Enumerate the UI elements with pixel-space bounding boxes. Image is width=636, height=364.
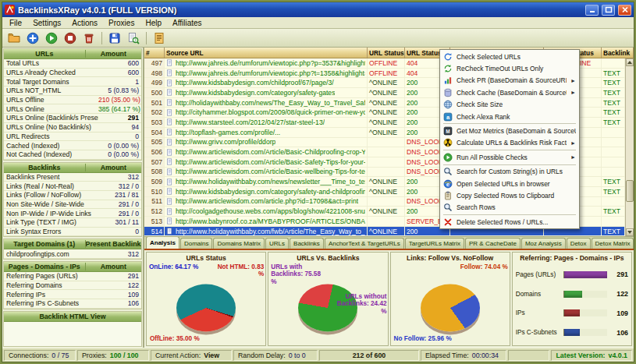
open-project-button[interactable] xyxy=(5,30,23,46)
svg-text:e: e xyxy=(446,180,450,187)
scrollbar-thumb[interactable] xyxy=(626,180,634,202)
source-url: http://www.articlewisdom.com/article.php… xyxy=(176,197,358,205)
context-menu-item[interactable]: Check Cache (BaseDomain & SourceURL)► xyxy=(441,87,578,98)
btype-cell: TEXT xyxy=(602,118,625,127)
source-url: http://www.jahreis.de/rumforum/viewtopic… xyxy=(176,59,365,67)
close-button[interactable] xyxy=(618,5,631,16)
context-menu-item[interactable]: eOpen Selected URLs in browser xyxy=(441,178,578,189)
title-bar: BacklinksXRay v4.0.1 (FULL VERSION) xyxy=(2,2,634,17)
context-menu-item[interactable]: Copy Selected Rows to Clipboard xyxy=(441,189,578,201)
scroll-up-button[interactable] xyxy=(626,58,634,66)
bar-track xyxy=(563,309,607,316)
stat-value: 5 (0.83 %) xyxy=(98,87,139,94)
stat-label: URLs Already Checked xyxy=(6,69,98,76)
status-cell: ^ONLINE xyxy=(368,128,405,137)
scroll-down-button[interactable] xyxy=(626,228,634,236)
page-icon xyxy=(166,178,173,186)
arrow-down-icon xyxy=(627,231,632,234)
source-url-cell: http://www.kidsbabydesign.com/childproof… xyxy=(165,78,368,87)
tab-pr-cachedate[interactable]: PR & CacheDate xyxy=(465,238,521,249)
random-delay-label: Random Delay: xyxy=(238,352,286,359)
context-menu-item[interactable]: aCheck Alexa Rank xyxy=(441,111,578,122)
context-menu-item[interactable]: Calculate URLs & Backlinks Risk Factors► xyxy=(441,137,578,149)
status-cell xyxy=(368,147,405,157)
random-delay-value: 0 to 0 xyxy=(289,352,306,359)
scrollbar-track[interactable] xyxy=(626,66,634,228)
menu-affiliates[interactable]: Affiliates xyxy=(167,17,208,28)
context-menu-item[interactable]: Delete Selected Rows / URLs... xyxy=(441,216,578,228)
delete-rows-button[interactable] xyxy=(80,30,98,46)
context-menu-item[interactable]: MGet Moz Metrics (BaseDomain & SourceURL… xyxy=(441,125,578,136)
tab-domains[interactable]: Domains xyxy=(180,238,213,249)
stat-row: Cached (Indexed)0 (0.00 %) xyxy=(4,141,141,150)
elapsed-time-label: Elapsed Time: xyxy=(425,352,469,359)
num-cell: 510 xyxy=(144,187,165,196)
context-menu-item[interactable]: Search for Custom String(s) in URLs xyxy=(441,166,578,178)
menu-proxies[interactable]: Proxies xyxy=(103,17,140,28)
export-report-button[interactable] xyxy=(151,30,168,46)
tab-urls[interactable]: URLs xyxy=(265,238,289,249)
context-menu-item[interactable]: Search Rows xyxy=(441,202,578,214)
page-icon xyxy=(166,168,173,175)
start-checks-button[interactable] xyxy=(43,30,60,46)
stop-checks-button[interactable] xyxy=(62,30,79,46)
column-header-source-url[interactable]: Source URL xyxy=(165,48,368,58)
section-amount-title: Amount xyxy=(85,50,141,58)
window-title: BacklinksXRay v4.0.1 (FULL VERSION) xyxy=(18,5,582,15)
context-menu-item[interactable]: Check Site Size xyxy=(441,99,578,111)
menu-file[interactable]: File xyxy=(4,17,27,28)
stat-value: 231 / 81 xyxy=(98,191,139,199)
source-url: http://coolgadgethouse.webs.com/apps/blo… xyxy=(176,207,365,215)
stat-label: Non Site-Wide / Site-Wide xyxy=(6,200,98,208)
stat-label: URLs Online (Backlink/s Present) xyxy=(6,114,98,122)
docsearch-icon xyxy=(127,32,140,44)
source-url: http://www.starsteel.com/2012/04/27/star… xyxy=(176,118,325,126)
stat-label: Referring IPs C-Subnets xyxy=(6,299,98,307)
context-menu-item[interactable]: ReCheck TimeOut URLs Only xyxy=(441,62,578,74)
minimize-button[interactable] xyxy=(585,5,599,16)
source-url-cell: http://www.grivv.com/profile/ddorp xyxy=(165,138,368,147)
source-url: http://www.jahreis.de/rumforum/viewtopic… xyxy=(176,69,365,77)
source-url: http://www.holidaywithbaby.com/news/news… xyxy=(176,178,365,186)
num-cell: 509 xyxy=(144,177,165,186)
tab-moz-analysis[interactable]: Moz Analysis xyxy=(521,238,566,249)
context-menu-item[interactable]: Run All Possible Checks► xyxy=(441,151,578,163)
tab-targeturls-matrix[interactable]: TargetURLs Matrix xyxy=(405,238,464,249)
tab-analysis[interactable]: Analysis xyxy=(146,236,179,249)
maximize-button[interactable] xyxy=(602,5,615,16)
tab-domains-matrix[interactable]: Domains Matrix xyxy=(213,238,265,249)
stat-label: URLs Online xyxy=(6,105,98,113)
tab-detox-matrix[interactable]: Detox Matrix xyxy=(592,238,634,249)
column-header-number[interactable]: # xyxy=(144,48,165,58)
source-url-cell: http://www.articlewisdom.com/article.php… xyxy=(165,197,368,207)
column-header-url-status[interactable]: URL Status xyxy=(368,48,405,58)
num-cell: 511 xyxy=(144,197,165,207)
tab-detox[interactable]: Detox xyxy=(567,238,591,249)
menu-help[interactable]: Help xyxy=(140,17,167,28)
menu-actions[interactable]: Actions xyxy=(66,17,103,28)
tab-backlinks[interactable]: Backlinks xyxy=(290,238,324,249)
context-menu-item[interactable]: Check Selected URLs xyxy=(441,51,578,62)
page-icon xyxy=(166,89,173,96)
add-urls-button[interactable] xyxy=(24,30,41,46)
submenu-arrow-icon: ► xyxy=(570,90,576,95)
stat-value: 301 / 11 xyxy=(98,218,139,226)
source-url: http://www.kidsbabydesign.com/category/s… xyxy=(176,89,335,97)
page-icon xyxy=(166,158,173,165)
context-menu-item[interactable]: Check PR (BaseDomain & SourceURL)► xyxy=(441,75,578,87)
source-url: http://cityhammer.blogspot.com/2009/08/q… xyxy=(176,108,365,116)
content-area: URLsAmountTotal URLs600URLs Already Chec… xyxy=(2,48,634,348)
source-url: http://www.kidsbabydesign.com/childproof… xyxy=(176,79,334,87)
status-cell: ^ONLINE xyxy=(368,108,405,117)
save-project-button[interactable] xyxy=(106,30,123,46)
preview-results-button[interactable] xyxy=(125,30,142,46)
stat-value: 385 (64.17 %) xyxy=(98,105,139,113)
tab-anchortext-targeturls[interactable]: AnchorText & TargetURLs xyxy=(325,238,404,249)
stat-label: Total URLs xyxy=(6,59,98,67)
column-header-backlink[interactable]: Backlink xyxy=(602,48,634,58)
vertical-scrollbar[interactable] xyxy=(625,58,634,236)
menu-settings[interactable]: Settings xyxy=(27,17,66,28)
stat-value: 106 xyxy=(98,299,139,307)
stat-value: 0 xyxy=(98,133,139,140)
stat-label: Referring Pages (URLs) xyxy=(6,272,98,280)
